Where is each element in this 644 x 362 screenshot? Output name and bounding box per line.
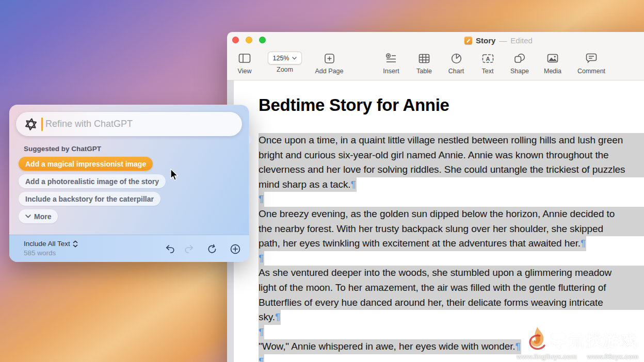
paragraph-line: One breezy evening, as the golden sun di… [259,207,644,222]
desktop: Story — Edited View 125% Zoom [0,0,644,362]
refresh-icon [206,243,218,255]
toolbar-add-page[interactable]: Add Page [306,51,352,75]
paragraph-line: Once upon a time, in a quaint little vil… [259,133,644,148]
zoom-dropdown[interactable]: 125% [268,52,302,64]
svg-text:A: A [486,55,490,61]
document-title-text: Story [476,36,495,45]
fullscreen-window-button[interactable] [259,37,266,43]
flame-logo-icon [522,325,552,357]
watermark-url-2: www.06zyx.com [587,353,638,360]
chatgpt-refine-popup: Suggested by ChatGPT Add a magical impre… [9,105,249,262]
paragraph-line: light of the moon. To her amazement, the… [259,281,644,295]
toolbar: View 125% Zoom Add Page Insert [227,48,644,80]
document-body[interactable]: Once upon a time, in a quaint little vil… [259,133,644,362]
paragraph-line: cleverness and her love for solving ridd… [259,162,644,177]
refine-text-input[interactable] [45,119,235,129]
word-count: 585 words [24,249,56,257]
paragraph-line: bright and curious six-year-old girl nam… [259,148,644,163]
toolbar-view[interactable]: View [221,51,268,75]
document-heading: Bedtime Story for Annie [259,94,644,117]
pilcrow-mark: ¶ [350,179,356,190]
include-all-text-selector[interactable]: Include All Text [24,240,78,248]
openai-logo-icon [23,117,39,132]
close-window-button[interactable] [232,37,239,43]
paragraph-line: path, her eyes twinkling with excitement… [259,236,644,251]
empty-paragraph: ¶ [259,251,644,266]
undo-icon [165,243,176,255]
pilcrow-mark: ¶ [581,238,586,249]
suggested-by-label: Suggested by ChatGPT [24,145,101,153]
toolbar-comment[interactable]: Comment [568,51,615,75]
edited-status: Edited [510,36,533,45]
paragraph-line: the nearby forest. With her trusty backp… [259,222,644,237]
suggestion-include-backstory[interactable]: Include a backstory for the caterpillar [19,192,160,206]
redo-button[interactable] [182,243,196,255]
suggestion-add-photorealistic-image[interactable]: Add a photorealistic image of the story [19,174,166,188]
pilcrow-mark: ¶ [259,356,264,362]
pages-app-icon [464,37,472,44]
document-canvas: Bedtime Story for Annie Once upon a time… [227,80,644,362]
chevron-up-down-icon [73,240,78,248]
watermark: 零元找游戏 www.lingliuyx.com www.06zyx.com [517,330,638,360]
comment-icon [568,51,615,66]
pilcrow-mark: ¶ [259,326,264,337]
redo-icon [183,243,195,255]
paragraph-line: mind sharp as a tack.¶ [259,177,644,192]
suggestion-add-magical-impressionist-image[interactable]: Add a magical impressionist image [19,157,153,171]
empty-paragraph: ¶ [259,192,644,207]
text-caret [41,118,43,131]
toolbar-zoom[interactable]: 125% Zoom [262,51,308,73]
titlebar[interactable]: Story — Edited [227,32,644,48]
refine-input-field[interactable] [16,112,242,136]
plus-circle-icon [230,243,241,255]
window-title: Story — Edited [464,36,533,45]
more-suggestions-button[interactable]: More [19,209,58,223]
pilcrow-mark: ¶ [259,253,264,264]
watermark-brand-text: 零元找游戏 [551,332,638,350]
popup-pointer [249,135,254,144]
refresh-button[interactable] [205,243,219,255]
chevron-down-icon [292,57,297,60]
add-page-icon [306,51,352,66]
document-page[interactable]: Bedtime Story for Annie Once upon a time… [234,80,644,362]
sidebar-icon [221,51,268,66]
chevron-down-icon [25,215,31,218]
mouse-cursor [170,169,180,182]
paragraph-line: sky.¶ [259,310,644,325]
paragraph-line: As she ventured deeper into the woods, s… [259,266,644,281]
paragraph-line: Butterflies of every hue danced around h… [259,295,644,310]
minimize-window-button[interactable] [246,37,252,43]
pilcrow-mark: ¶ [259,193,264,204]
add-button[interactable] [229,243,242,255]
popup-footer: Include All Text 585 words [9,235,249,262]
pages-window: Story — Edited View 125% Zoom [227,32,644,362]
undo-button[interactable] [164,243,177,255]
pilcrow-mark: ¶ [275,311,280,322]
